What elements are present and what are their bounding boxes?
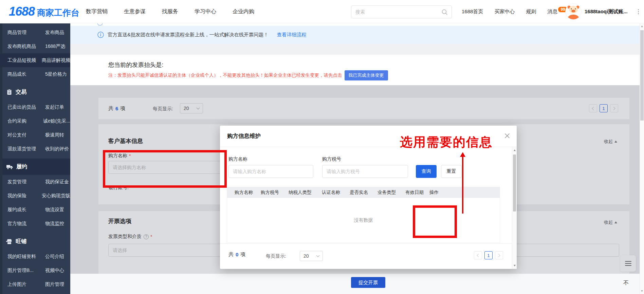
sidebar-section-title: 履约 xyxy=(16,163,27,170)
modal-scrollbar-thumb[interactable] xyxy=(513,154,516,212)
sidebar-item[interactable]: 发起订单 xyxy=(45,104,70,110)
sidebar-item[interactable]: 公司介绍 xyxy=(45,254,70,260)
sidebar-item[interactable]: 商品成长 xyxy=(7,71,45,77)
modal-tax-no-label: 购方税号 xyxy=(322,156,341,162)
search-icon[interactable] xyxy=(441,9,448,15)
sidebar-item[interactable]: 发货管理 xyxy=(7,179,45,185)
scroll-up-icon[interactable] xyxy=(641,25,643,27)
invoice-header-section: 您当前的发票抬头是: 注：发票抬头只能开诚信通认证的主体（企业或个人），不能更改… xyxy=(70,55,640,85)
sidebar-item[interactable]: 对公支付 xyxy=(7,132,45,138)
sidebar-section-title: 旺铺 xyxy=(16,238,26,245)
nav-item-business-advisor[interactable]: 生意参谋 xyxy=(124,8,146,15)
page-scrollbar-thumb[interactable] xyxy=(640,30,644,121)
chevron-left-icon xyxy=(477,254,480,257)
sidebar-section-fulfillment: 履约 xyxy=(0,159,70,175)
col-header: 认证名称 xyxy=(322,187,340,198)
sidebar-item[interactable]: 官方物流 xyxy=(7,221,45,227)
sidebar-item[interactable]: 我的保证金 xyxy=(45,179,70,185)
sidebar-item[interactable]: 发布商机商品 xyxy=(7,43,45,50)
link-1688-home[interactable]: 1688首页 xyxy=(462,8,483,15)
scroll-down-icon[interactable] xyxy=(514,265,516,267)
buyer-table: 购方名称 购方税号 纳税人类型 认证名称 是否实名 业务类型 有效日期 操作 没… xyxy=(227,187,500,243)
sidebar-item[interactable]: 我的旺铺资料 xyxy=(7,254,45,260)
sidebar-item[interactable]: 1688严选 xyxy=(45,43,70,50)
sidebar-item[interactable]: 诚e赊(先采... xyxy=(43,118,70,124)
partial-info-icon xyxy=(97,23,103,25)
col-header: 业务类型 xyxy=(378,187,396,198)
sidebar-row: 已卖出的货品 发起订单 xyxy=(0,100,70,114)
sidebar-item[interactable]: 我的保险 xyxy=(7,193,42,199)
sidebar-item[interactable]: 工业品短视频 xyxy=(7,57,42,63)
notice-text: 官方直送&批发团在线申请发票流程全新上线，一站式解决在线开票问题！ xyxy=(108,32,269,38)
modal-scrollbar[interactable] xyxy=(512,147,517,269)
logo[interactable]: 1688 商家工作台 xyxy=(9,4,79,19)
nav-item-enterprise-purchase[interactable]: 企业内购 xyxy=(233,8,254,15)
nav-item-learning-center[interactable]: 学习中心 xyxy=(195,8,216,15)
scroll-up-icon[interactable] xyxy=(514,149,516,151)
modal-buyer-name-label: 购方名称 xyxy=(228,156,247,162)
nav-item-find-services[interactable]: 找服务 xyxy=(162,8,178,15)
modal-buyer-name-input[interactable] xyxy=(228,165,313,178)
modal-next-page-button[interactable] xyxy=(495,251,503,259)
close-icon[interactable] xyxy=(503,132,511,140)
notice-bar: 官方直送&批发团在线申请发票流程全新上线，一站式解决在线开票问题！ 查看详细流程 xyxy=(70,26,640,44)
sidebar-item[interactable]: 图片管理 xyxy=(45,281,70,288)
sidebar-item[interactable]: 履约成长 xyxy=(7,207,45,213)
nav-item-digital-marketing[interactable]: 数字营销 xyxy=(86,8,108,15)
modal-total-count: 0 xyxy=(236,252,238,257)
subject-change-button[interactable]: 我已完成主体变更 xyxy=(345,70,388,80)
more-menu-icon[interactable] xyxy=(637,8,640,15)
sidebar: 商品管理 发布商品 发布商机商品 1688严选 工业品短视频 商品讲解视频 商品… xyxy=(0,23,70,294)
notice-detail-link[interactable]: 查看详细流程 xyxy=(277,32,307,38)
top-nav: 数字营销 生意参谋 找服务 学习中心 企业内购 xyxy=(86,0,254,23)
search-input[interactable] xyxy=(351,9,441,15)
sidebar-item[interactable]: 发布商品 xyxy=(45,30,70,36)
modal-footer: 共0项 每页显示: 20 1 xyxy=(220,243,512,269)
sidebar-item[interactable]: 上传图片 xyxy=(7,281,45,288)
modal-page-size-select[interactable]: 20 xyxy=(300,251,323,261)
link-messages[interactable]: 消息99 xyxy=(547,8,567,15)
scroll-down-icon[interactable] xyxy=(641,290,643,292)
sidebar-row: 上传图片 图片管理 xyxy=(0,277,70,291)
link-rules[interactable]: 规则 xyxy=(526,8,536,15)
link-buyer-center[interactable]: 买家中心 xyxy=(494,8,515,15)
sidebar-item[interactable]: 商品讲解视频 xyxy=(42,57,70,63)
modal-prev-page-button[interactable] xyxy=(474,251,482,259)
col-header: 有效日期 xyxy=(405,187,424,198)
sidebar-row: 发货管理 我的保证金 xyxy=(0,175,70,189)
sidebar-item[interactable]: 安心购现货版 xyxy=(42,193,70,199)
sidebar-item[interactable]: 退款退货管理 xyxy=(7,146,45,152)
empty-text: 没有数据 xyxy=(354,217,373,223)
reset-button[interactable]: 重置 xyxy=(441,165,462,178)
account-name[interactable]: 1688taoqi测试账... xyxy=(585,8,630,15)
sidebar-item[interactable]: 已卖出的货品 xyxy=(7,104,45,110)
sidebar-item[interactable]: 商品管理 xyxy=(7,30,45,36)
query-button[interactable]: 查询 xyxy=(416,165,437,178)
screen: 1688 商家工作台 数字营销 生意参谋 找服务 学习中心 企业内购 1688首… xyxy=(0,0,644,294)
sidebar-item[interactable]: 物流设置 xyxy=(45,207,70,213)
sidebar-row: 退款退货管理 收到的评价 xyxy=(0,142,70,156)
modal-total: 共0项 xyxy=(228,251,245,258)
sidebar-item[interactable]: 合约采购 xyxy=(7,118,43,124)
chevron-right-icon xyxy=(497,254,500,257)
avatar[interactable] xyxy=(566,4,581,19)
sidebar-item[interactable]: 极速周转 xyxy=(45,132,70,138)
modal-tax-no-input[interactable] xyxy=(322,165,408,178)
sidebar-row: 对公支付 极速周转 xyxy=(0,128,70,142)
submit-invoice-button[interactable]: 提交开票 xyxy=(351,277,385,288)
logo-number: 1688 xyxy=(9,4,35,19)
search-box xyxy=(351,5,452,18)
sidebar-row: 我的保险 安心购现货版 xyxy=(0,189,70,203)
page-scrollbar[interactable] xyxy=(640,23,644,294)
sidebar-item[interactable]: 视频中心 xyxy=(45,268,70,274)
modal-title: 购方信息维护 xyxy=(227,132,261,140)
invoice-title: 您当前的发票抬头是: xyxy=(108,61,163,69)
sidebar-item[interactable]: 图片管理B... xyxy=(7,268,45,274)
header-quick-links: 1688首页 买家中心 规则 消息99 xyxy=(462,0,568,23)
sidebar-section-title: 交易 xyxy=(16,89,26,96)
sidebar-item[interactable]: 收到的评价 xyxy=(45,146,70,152)
col-header: 是否实名 xyxy=(350,187,368,198)
sidebar-item[interactable]: 5星价格力 xyxy=(45,71,70,77)
sidebar-item[interactable]: 物流监控 xyxy=(45,221,70,227)
modal-current-page-button[interactable]: 1 xyxy=(484,251,493,259)
